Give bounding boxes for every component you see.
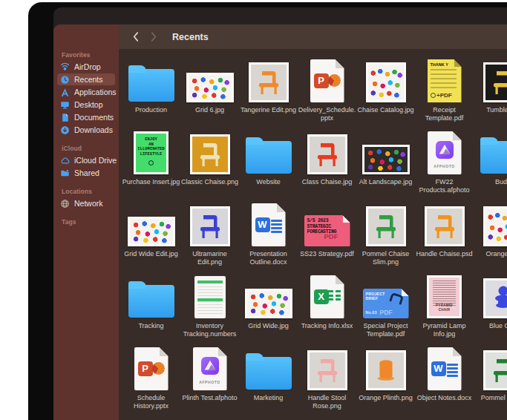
file-production[interactable]: Production [122,55,180,127]
sidebar-section-icloud: iCloudiCloud DriveShared [53,145,119,179]
back-button[interactable] [129,29,141,45]
file-thumbnail [298,127,356,174]
image-thumbnail [366,206,406,246]
file-pommel-chaise-slim-png[interactable]: Pommel Chaise Slim.png [356,199,415,271]
file-thumbnail: AFPHOTO [180,343,239,390]
sidebar-item-recents[interactable]: Recents [57,73,115,85]
file-thumbnail: P [122,343,180,390]
file-tracking-info-xlsx[interactable]: XTracking Info.xlsx [298,271,356,343]
file-ss23-strategy-pdf[interactable]: PDFS/S 2023STRATEGICFORECASTINGSS23 Stra… [298,199,356,271]
folder-icon [246,357,292,390]
file-label: Pyramid Lamp Info.jpg [416,322,474,338]
sidebar-item-shared[interactable]: Shared [57,167,115,179]
file-thumbnail [180,271,239,318]
file-tangerine-edit-png[interactable]: Tangerine Edit.png [239,55,298,127]
sidebar-section-title: Tags [62,218,119,226]
file-purchase-insert-jpg[interactable]: ENJOYANILLUMINATEDLIFESTYLEPurchase Inse… [122,127,180,199]
file-classic-chaise-png[interactable]: Classic Chaise.png [180,127,239,199]
file-label: Schedule History.pptx [122,394,180,410]
file-label: FW22 Products.afphoto [416,178,474,194]
image-thumbnail [362,145,410,174]
chair-graphic [488,68,507,97]
plinth-graphic [372,356,400,384]
image-thumbnail: ENJOYANILLUMINATEDLIFESTYLE [134,131,169,174]
file-delivery-schedule-pptx[interactable]: PDelivery_Schedule.pptx [298,55,356,127]
file-orange-plinth-png[interactable]: Orange Plinth.png [356,343,415,415]
poster-text: S/S 2023 [307,218,350,224]
forward-button[interactable] [148,29,160,45]
file-pommel-deep[interactable]: Pommel Deep. [474,343,507,415]
file-thumbnail: X [298,271,356,318]
file-thumbnail [239,55,298,102]
chair-graphic [195,140,225,169]
file-label: Inventory Tracking.numbers [181,322,239,338]
sidebar-item-network[interactable]: Network [57,197,115,209]
excel-file-icon: X [310,275,344,318]
file-alt-landscape-jpg[interactable]: Alt Landscape.jpg [356,127,415,199]
file-chaise-catalog-jpg[interactable]: Chaise Catalog.jpg [356,55,415,127]
word-logo: W [255,217,270,232]
file-fw22-products-afphoto[interactable]: AFPHOTOFW22 Products.afphoto [415,127,474,199]
sidebar-item-label: Network [74,199,103,208]
file-presentation-outline-docx[interactable]: WPresentation Outline.docx [239,199,298,271]
file-grid-6-jpg[interactable]: Grid 6.jpg [180,55,239,127]
file-thumbnail: PDFS/S 2023STRATEGICFORECASTING [298,199,356,246]
file-plinth-test-afphoto[interactable]: AFPHOTOPlinth Test.afphoto [180,343,239,415]
file-orange-hig[interactable]: Orange Hig [474,199,507,271]
file-label: Classic Chaise.png [181,178,239,186]
image-thumbnail [307,350,347,390]
text-lines-glyph [447,364,458,377]
sidebar-item-applications[interactable]: Applications [57,86,115,98]
image-thumbnail [483,62,507,102]
file-label: Website [240,178,298,186]
image-thumbnail: PYRAMIDCHAIR [427,275,462,318]
file-schedule-history-pptx[interactable]: PSchedule History.pptx [122,343,180,415]
file-inventory-tracking-numbers[interactable]: Inventory Tracking.numbers [180,271,239,343]
file-blue-cha[interactable]: Blue Cha [474,271,507,343]
word-file-icon: W [428,347,462,390]
file-grid-wide-edit-jpg[interactable]: Grid Wide Edit.jpg [122,199,180,271]
file-thumbnail: ENJOYANILLUMINATEDLIFESTYLE [122,127,180,174]
file-budg[interactable]: Budg [474,127,507,199]
file-object-notes-docx[interactable]: WObject Notes.docx [415,343,474,415]
file-tracking[interactable]: Tracking [122,271,180,343]
file-class-chaise-jpg[interactable]: Class Chaise.jpg [298,127,356,199]
file-pyramid-lamp-info-jpg[interactable]: PYRAMIDCHAIRPyramid Lamp Info.jpg [415,271,474,343]
sidebar-item-desktop[interactable]: Desktop [57,99,115,111]
file-receipt-template-pdf[interactable]: THANK Y+PDFReceipt Template.pdf [415,55,474,127]
image-thumbnail [190,206,230,246]
file-thumbnail [474,55,507,102]
pdf-badge: PDF [324,232,338,240]
file-thumbnail: AFPHOTO [415,127,474,174]
file-thumbnail [474,343,507,390]
file-label: Special Project Template.pdf [357,322,415,338]
sidebar-item-airdrop[interactable]: AirDrop [57,61,115,73]
applications-icon [60,88,70,97]
file-handle-chaise-psd[interactable]: Handle Chaise.psd [415,199,474,271]
afphoto-label: AFPHOTO [428,164,462,168]
file-thumbnail [298,343,356,390]
file-special-project-template-pdf[interactable]: PROJECTBRIEFNo.03PDFSpecial Project Temp… [356,271,415,343]
file-ultramarine-edit-png[interactable]: Ultramarine Edit.png [180,199,239,271]
file-website[interactable]: Website [239,127,298,199]
receipt-header-text: THANK Y [431,62,448,67]
globe-icon [60,199,70,209]
desktop-icon [60,100,70,110]
sculpture-graphic [488,283,507,313]
file-thumbnail [122,199,180,246]
sidebar-item-icloud-drive[interactable]: iCloud Drive [57,154,115,166]
file-grid-wide-jpg[interactable]: Grid Wide.jpg [239,271,298,343]
image-thumbnail [249,62,289,102]
file-marketing[interactable]: Marketing [239,343,298,415]
chair-graphic [195,211,225,241]
file-tumble-mo[interactable]: Tumble Mo [474,55,507,127]
image-thumbnail [307,134,347,174]
file-label: Tumble Mo [474,106,507,114]
sidebar-item-downloads[interactable]: Downloads [57,124,115,136]
file-thumbnail [239,343,298,390]
file-handle-stool-rose-png[interactable]: Handle Stool Rose.png [298,343,356,415]
sidebar-item-documents[interactable]: Documents [57,111,115,123]
file-label: Delivery_Schedule.pptx [298,106,356,122]
sidebar-section-title: Favorites [62,51,119,59]
sidebar-section-locations: LocationsNetwork [53,188,119,209]
